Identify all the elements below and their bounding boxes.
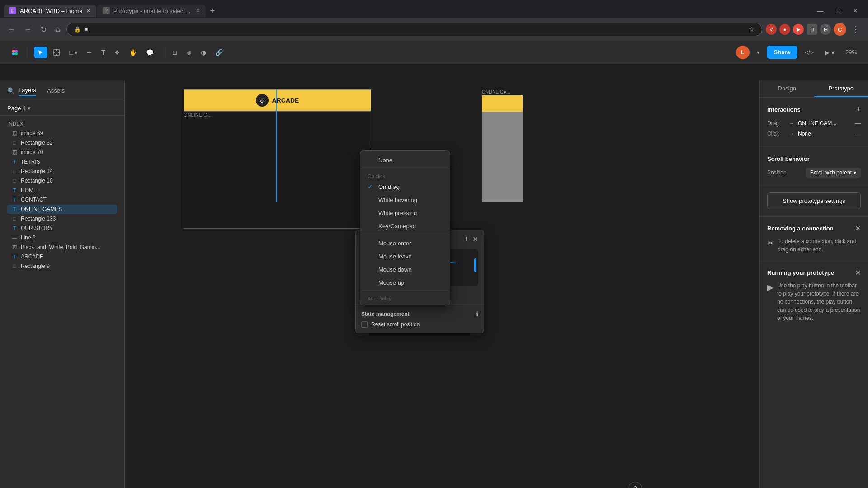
layer-text-tetris[interactable]: T TETRIS — [7, 157, 117, 166]
layer-image-70[interactable]: 🖼 image 70 — [7, 148, 117, 157]
text-layer-icon-2: T — [11, 188, 18, 193]
address-bar[interactable]: 🔒 ≡ ☆ — [66, 23, 762, 36]
layer-rect-10[interactable]: □ Rectangle 10 — [7, 176, 117, 185]
share-button[interactable]: Share — [767, 46, 797, 59]
comment-tool-button[interactable]: 💬 — [142, 46, 157, 59]
layer-text-arcade[interactable]: T ARCADE — [7, 252, 117, 261]
ext-icon-5[interactable]: ⊟ — [820, 24, 831, 35]
figma-logo-icon — [11, 48, 19, 56]
layer-rect-32[interactable]: □ Rectangle 32 — [7, 138, 117, 147]
new-tab-button[interactable]: + — [207, 5, 219, 18]
layer-name-contact: CONTACT — [21, 197, 113, 203]
removing-connection-description: To delete a connection, click and drag o… — [778, 237, 861, 253]
canvas-area[interactable]: 🕹 ARCADE ONLINE G... ONLINE GA... — [125, 80, 760, 488]
user-avatar[interactable]: L — [736, 46, 750, 59]
sidebar-tab-layers[interactable]: Layers — [19, 85, 36, 96]
menu-item-while-hovering[interactable]: While hovering — [360, 193, 450, 206]
layer-rect-9[interactable]: □ Rectangle 9 — [7, 262, 117, 271]
tab-close-figma[interactable]: ✕ — [86, 8, 91, 14]
image-layer-icon-3: 🖼 — [11, 244, 18, 250]
page-selector[interactable]: Page 1 ▾ — [0, 101, 124, 116]
forward-button[interactable]: → — [22, 23, 34, 35]
text-tool-button[interactable]: T — [98, 46, 109, 59]
click-target-label: None — [798, 131, 851, 137]
click-remove-button[interactable]: — — [855, 130, 861, 137]
position-value-dropdown[interactable]: Scroll with parent ▾ — [806, 168, 861, 178]
tab-prototype[interactable]: P Prototype - unable to select "o... ✕ — [97, 5, 206, 17]
menu-item-none[interactable]: None — [360, 154, 450, 167]
menu-sep-1 — [360, 169, 450, 169]
menu-item-key-gamepad[interactable]: Key/Gamepad — [360, 220, 450, 233]
ext-icon-2[interactable]: ● — [779, 24, 790, 35]
drag-trigger-label: Drag — [767, 120, 785, 127]
layer-text-online-games[interactable]: T ONLINE GAMES — [7, 205, 117, 214]
maximize-button[interactable]: □ — [830, 5, 846, 16]
layer-name-gaming: Black_and_White_Bold_Gamin... — [21, 244, 113, 250]
chevron-down-button[interactable]: ▾ — [753, 47, 763, 58]
popup-close-button[interactable]: ✕ — [472, 235, 478, 244]
link-tool-button[interactable]: 🔗 — [212, 46, 226, 59]
menu-item-mouse-enter[interactable]: Mouse enter — [360, 237, 450, 250]
tab-bar: F ARCADE WBD – Figma ✕ P Prototype - una… — [0, 0, 868, 18]
reload-button[interactable]: ↻ — [38, 23, 49, 36]
drag-remove-button[interactable]: — — [855, 120, 861, 127]
ext-icon-4[interactable]: ⊡ — [807, 24, 817, 35]
layer-image-69[interactable]: 🖼 image 69 — [7, 129, 117, 138]
removing-connection-close-button[interactable]: ✕ — [855, 224, 861, 233]
menu-item-mouse-up[interactable]: Mouse up — [360, 276, 450, 289]
move-tool-button[interactable] — [34, 47, 47, 58]
position-label: Position — [767, 169, 787, 176]
state-mgmt-info-icon[interactable]: ℹ — [476, 310, 478, 318]
search-icon[interactable]: 🔍 — [7, 87, 15, 94]
shape-tool-button[interactable]: □ ▾ — [66, 46, 81, 59]
help-button[interactable]: ? — [628, 482, 642, 488]
mask-tool-button[interactable]: ◈ — [183, 46, 195, 59]
trigger-dropdown-menu[interactable]: None On click ✓ On drag While hovering W… — [360, 150, 450, 305]
scroll-handle[interactable] — [474, 258, 476, 272]
ext-icon-1[interactable]: V — [766, 24, 777, 35]
close-button[interactable]: ✕ — [846, 5, 864, 16]
rect-layer-icon-2: □ — [11, 169, 18, 174]
layer-rect-133[interactable]: □ Rectangle 133 — [7, 214, 117, 223]
sidebar-tab-assets[interactable]: Assets — [47, 85, 65, 96]
toolbar-right-tools: ⊡ ◈ ◑ 🔗 — [169, 46, 226, 59]
frame-tool-button[interactable] — [49, 46, 64, 59]
layer-line-6[interactable]: — Line 6 — [7, 233, 117, 242]
play-button[interactable]: ▶ ▾ — [821, 46, 838, 59]
menu-item-mouse-down[interactable]: Mouse down — [360, 263, 450, 276]
menu-item-on-drag[interactable]: ✓ On drag — [360, 180, 450, 193]
minimize-button[interactable]: — — [811, 5, 830, 16]
layer-text-home[interactable]: T HOME — [7, 186, 117, 195]
chrome-menu-button[interactable]: ⋮ — [849, 23, 863, 36]
menu-item-mouse-leave[interactable]: Mouse leave — [360, 250, 450, 263]
interaction-row-click: Click → None — — [767, 130, 861, 137]
layer-text-contact[interactable]: T CONTACT — [7, 195, 117, 204]
reset-scroll-checkbox[interactable] — [361, 321, 368, 328]
popup-plus-button[interactable]: + — [464, 235, 469, 244]
ext-icon-3[interactable]: ▶ — [793, 24, 804, 35]
prototype-tab[interactable]: Prototype — [814, 80, 868, 97]
home-button[interactable]: ⌂ — [53, 23, 63, 35]
pen-tool-button[interactable]: ✒ — [83, 46, 96, 59]
figma-menu-button[interactable] — [7, 46, 23, 59]
layer-rect-34[interactable]: □ Rectangle 34 — [7, 167, 117, 176]
add-interaction-button[interactable]: + — [856, 105, 861, 114]
layer-name-home: HOME — [21, 187, 113, 193]
user-profile-icon[interactable]: C — [834, 23, 846, 36]
layer-text-our-story[interactable]: T OUR STORY — [7, 224, 117, 233]
component-tool-button[interactable]: ❖ — [111, 46, 124, 59]
tab-figma[interactable]: F ARCADE WBD – Figma ✕ — [4, 5, 96, 17]
code-view-button[interactable]: </> — [801, 46, 817, 59]
running-close-button[interactable]: ✕ — [855, 268, 861, 277]
hand-tool-button[interactable]: ✋ — [126, 46, 141, 59]
main-layout: 🔍 Layers Assets Page 1 ▾ INDEX 🖼 image 6… — [0, 80, 868, 488]
layer-image-gaming[interactable]: 🖼 Black_and_White_Bold_Gamin... — [7, 243, 117, 252]
tab-close-prototype[interactable]: ✕ — [196, 8, 200, 14]
design-tab[interactable]: Design — [760, 80, 814, 97]
show-prototype-settings-button[interactable]: Show prototype settings — [767, 192, 861, 209]
click-arrow-icon: → — [789, 131, 794, 137]
adjust-tool-button[interactable]: ◑ — [197, 46, 210, 59]
back-button[interactable]: ← — [5, 23, 18, 35]
inspect-tool-button[interactable]: ⊡ — [169, 46, 181, 59]
menu-item-while-pressing[interactable]: While pressing — [360, 206, 450, 220]
